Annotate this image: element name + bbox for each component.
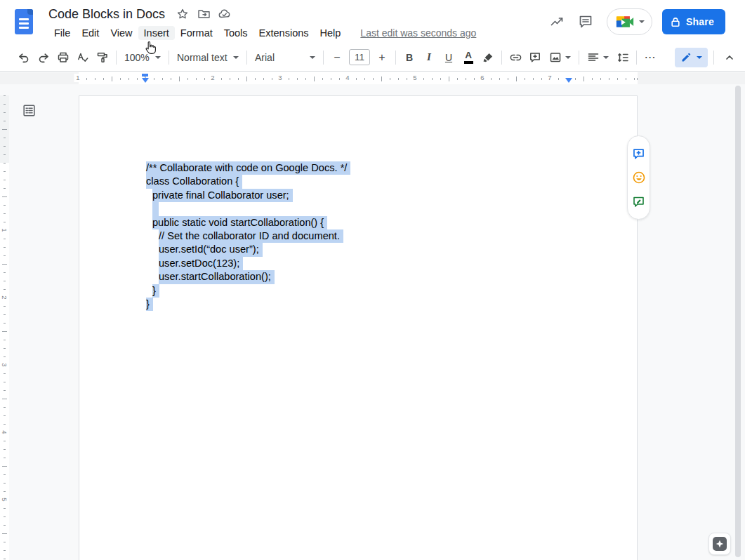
horizontal-ruler-page-area: 11234567	[79, 72, 638, 84]
add-comment-margin-button[interactable]	[631, 145, 647, 162]
highlight-color-button[interactable]	[478, 48, 498, 67]
move-folder-icon[interactable]	[195, 5, 213, 23]
redo-button[interactable]	[34, 48, 53, 67]
docs-logo-icon[interactable]	[15, 9, 33, 34]
italic-button[interactable]: I	[419, 48, 439, 67]
menu-tools[interactable]: Tools	[218, 26, 253, 40]
meet-caret-icon	[639, 20, 645, 23]
code-line-text[interactable]: private final Collaborator user;	[152, 189, 293, 202]
current-text-color	[464, 61, 473, 64]
code-line: class Collaboration {	[146, 175, 350, 188]
menu-insert[interactable]: Insert	[138, 26, 175, 40]
more-toolbar-options-button[interactable]: ⋯	[640, 48, 660, 67]
insert-emoji-button[interactable]	[631, 169, 647, 186]
menu-help[interactable]: Help	[315, 26, 347, 40]
v-ruler-number: 5	[1, 495, 8, 503]
add-comment-button[interactable]	[525, 48, 545, 67]
docs-logo-fold	[27, 9, 33, 15]
right-indent-marker[interactable]	[565, 78, 572, 83]
editing-mode-caret-icon	[697, 56, 702, 59]
h-ruler-number: 5	[411, 74, 418, 82]
document-outline-button[interactable]	[20, 101, 38, 119]
align-button[interactable]	[583, 48, 613, 67]
bold-button[interactable]: B	[400, 48, 419, 67]
menu-view[interactable]: View	[105, 26, 138, 40]
document-page[interactable]: /** Collaborate with code on Google Docs…	[79, 95, 638, 560]
font-caret-icon	[310, 56, 315, 59]
code-line-text[interactable]: }	[146, 298, 153, 311]
image-icon	[549, 51, 562, 64]
collapse-toolbar-button[interactable]	[720, 48, 739, 67]
code-line-text[interactable]: /** Collaborate with code on Google Docs…	[146, 161, 350, 175]
v-ruler-number: 2	[1, 293, 8, 301]
line-spacing-button[interactable]	[613, 48, 633, 67]
scrollbar-thumb[interactable]	[735, 86, 741, 557]
v-ruler-number: 3	[1, 361, 8, 368]
paint-format-button[interactable]	[93, 48, 112, 67]
menu-format[interactable]: Format	[175, 26, 218, 40]
underline-button[interactable]: U	[439, 48, 459, 67]
code-line-text[interactable]: user.setDoc(123);	[159, 257, 243, 270]
code-line: }	[146, 284, 350, 298]
code-block: /** Collaborate with code on Google Docs…	[146, 161, 350, 311]
styles-caret-icon	[233, 56, 239, 59]
h-ruler-number: 7	[546, 74, 553, 82]
editing-mode-button[interactable]	[675, 48, 708, 67]
menu-file[interactable]: File	[48, 26, 76, 40]
vertical-ruler[interactable]: 12345	[0, 84, 9, 560]
code-line: /** Collaborate with code on Google Docs…	[146, 161, 350, 175]
code-line: public static void startCollaboration() …	[146, 216, 350, 229]
h-ruler-number: 3	[276, 74, 284, 82]
left-indent-marker[interactable]	[142, 78, 149, 83]
toolbar: 100% Normal text Arial − 11 + B I U A	[0, 44, 745, 72]
activity-trend-icon[interactable]	[543, 8, 572, 36]
v-ruler-number: 1	[1, 226, 8, 234]
code-line-text[interactable]: }	[152, 284, 159, 298]
insert-link-button[interactable]	[506, 48, 525, 67]
code-line-text[interactable]: public static void startCollaboration() …	[152, 216, 327, 229]
insert-image-button[interactable]	[545, 48, 575, 67]
decrease-font-size-button[interactable]: −	[327, 48, 347, 67]
h-ruler-number: 1	[74, 74, 81, 82]
horizontal-ruler[interactable]: 11234567	[0, 72, 745, 84]
outline-list-icon	[22, 104, 36, 117]
comment-history-icon[interactable]	[572, 8, 600, 36]
code-line	[146, 202, 350, 215]
menu-edit[interactable]: Edit	[76, 26, 105, 40]
v-ruler-number: 4	[1, 428, 8, 436]
spellcheck-button[interactable]	[73, 48, 93, 67]
zoom-select[interactable]: 100%	[120, 48, 165, 67]
code-line-text[interactable]	[152, 202, 159, 215]
undo-button[interactable]	[14, 48, 34, 67]
last-edit-link[interactable]: Last edit was seconds ago	[360, 27, 476, 39]
code-line: user.startCollaboration();	[146, 270, 350, 284]
code-line: // Set the collaborator ID and document.	[146, 229, 350, 243]
share-button[interactable]: Share	[662, 9, 725, 34]
font-size-input[interactable]: 11	[349, 49, 370, 65]
lock-icon	[671, 17, 680, 27]
cloud-saved-icon[interactable]	[216, 5, 234, 23]
align-caret-icon	[603, 56, 609, 59]
pencil-icon	[680, 52, 692, 63]
menu-extensions[interactable]: Extensions	[253, 26, 315, 40]
code-line-text[interactable]: // Set the collaborator ID and document.	[159, 229, 343, 243]
text-color-button[interactable]: A	[459, 48, 478, 67]
print-button[interactable]	[53, 48, 73, 67]
suggest-edit-icon	[632, 195, 645, 208]
first-line-indent-marker[interactable]	[142, 74, 148, 76]
increase-font-size-button[interactable]: +	[372, 48, 392, 67]
code-line-text[interactable]: user.startCollaboration();	[159, 270, 275, 284]
font-family-select[interactable]: Arial	[251, 48, 319, 67]
code-line-text[interactable]: user.setId(“doc user”);	[159, 243, 263, 256]
code-line: }	[146, 298, 350, 311]
star-icon[interactable]	[173, 5, 192, 23]
align-left-icon	[587, 51, 600, 64]
meet-call-button[interactable]	[607, 8, 652, 35]
suggest-edits-button[interactable]	[631, 193, 647, 210]
explore-button[interactable]	[708, 533, 731, 555]
explore-star-icon	[713, 537, 727, 551]
document-title[interactable]: Code Blocks in Docs	[43, 7, 171, 22]
paragraph-style-select[interactable]: Normal text	[173, 48, 243, 67]
margin-action-pill	[627, 135, 650, 220]
code-line-text[interactable]: class Collaboration {	[146, 175, 242, 188]
